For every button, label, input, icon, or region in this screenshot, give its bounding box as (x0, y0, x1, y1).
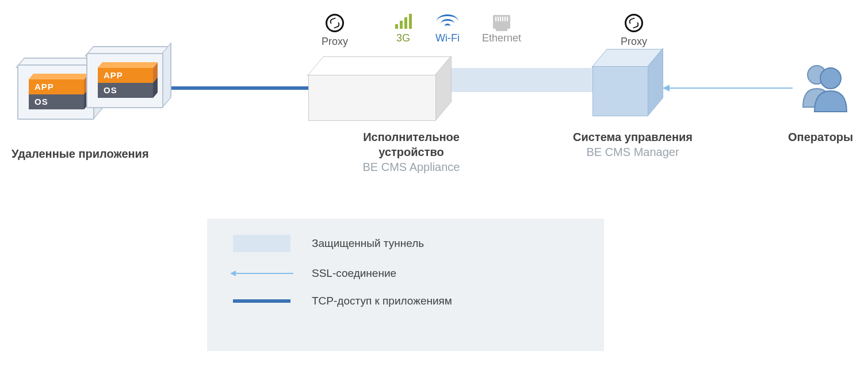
os-label: OS (98, 83, 153, 98)
legend-tunnel-label: Защищенный туннель (312, 237, 424, 250)
legend-tunnel-swatch (233, 235, 290, 252)
tcp-connector (164, 86, 313, 90)
remote-apps-title: Удаленные приложения (12, 146, 149, 161)
ethernet-icon: Ethernet (479, 14, 525, 44)
legend-ssl-label: SSL-соединение (312, 267, 396, 280)
manager-node (592, 49, 673, 115)
legend-row-ssl: SSL-соединение (230, 267, 581, 280)
app-label: APP (98, 68, 153, 83)
legend-row-tunnel: Защищенный туннель (230, 235, 581, 252)
secure-tunnel-connector (449, 68, 597, 92)
legend-row-tcp: TCP-доступ к приложениям (230, 295, 581, 307)
architecture-diagram: APP OS APP OS Удаленные приложения Испол… (0, 0, 868, 373)
legend-tcp-swatch (233, 299, 290, 303)
os-label: OS (29, 94, 84, 109)
sync-icon (625, 14, 643, 32)
legend-ssl-arrow-icon (230, 271, 236, 276)
proxy-icon-right: Proxy (617, 14, 651, 48)
ssl-connector (667, 87, 793, 89)
wifi-icon: Wi-Fi (430, 14, 465, 44)
operators-title: Операторы (788, 130, 853, 144)
remote-app-stack-back: APP OS (29, 79, 84, 109)
appliance-node (308, 56, 452, 120)
signal-3g-icon: 3G (390, 14, 416, 44)
manager-title: Система управления BE CMS Manager (567, 130, 699, 159)
app-label: APP (29, 79, 84, 94)
proxy-icon-left: Proxy (318, 14, 352, 48)
remote-app-stack-front: APP OS (98, 68, 153, 98)
operators-icon (795, 58, 852, 115)
sync-icon (326, 14, 344, 32)
appliance-title: Исполнительное устройство BE CMS Applian… (342, 130, 480, 174)
svg-point-1 (820, 68, 841, 89)
legend-ssl-line (236, 273, 293, 274)
legend-tcp-label: TCP-доступ к приложениям (312, 295, 452, 307)
legend-panel: Защищенный туннель SSL-соединение TCP-до… (207, 219, 604, 351)
